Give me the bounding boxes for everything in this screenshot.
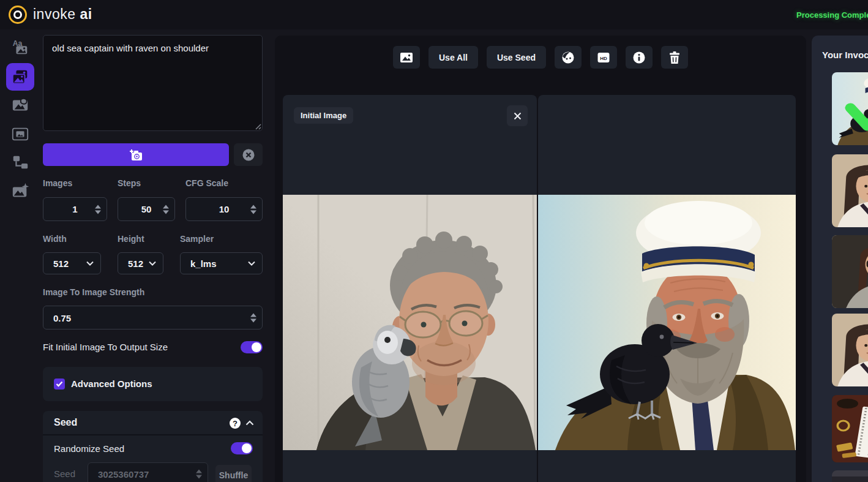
details-button[interactable] [626, 46, 653, 69]
use-seed-button[interactable]: Use Seed [487, 46, 546, 69]
post-processing-icon [11, 182, 29, 200]
chevron-down-icon [149, 261, 156, 266]
textarea-resize-handle[interactable] [254, 122, 261, 130]
height-select[interactable]: 512 [118, 252, 163, 274]
prompt-input[interactable]: old sea captain with raven on shoulder [43, 35, 263, 131]
initial-image-photo[interactable] [283, 195, 537, 450]
gallery-thumb-desk-sketchbook[interactable] [832, 395, 868, 462]
images-stepper[interactable] [95, 205, 101, 214]
chevron-down-icon [86, 261, 94, 266]
nodes-icon [11, 153, 29, 171]
send-to-image-icon [400, 52, 413, 63]
delete-button[interactable] [661, 46, 688, 69]
chevron-down-icon [248, 261, 255, 266]
advanced-options-checkbox[interactable] [54, 378, 65, 390]
strength-value: 0.75 [53, 312, 71, 323]
sampler-select[interactable]: k_lms [180, 252, 263, 274]
strength-input[interactable]: 0.75 [43, 306, 263, 329]
tab-text-to-image[interactable]: Aa [10, 38, 30, 58]
randomize-seed-toggle[interactable] [231, 442, 253, 454]
cfg-scale-value: 10 [219, 204, 230, 214]
seed-value-input[interactable]: 3025360737 [88, 462, 208, 482]
cfg-stepper[interactable] [250, 205, 256, 214]
height-label: Height [118, 234, 144, 244]
result-image-photo[interactable] [538, 195, 796, 450]
randomize-seed-label: Randomize Seed [54, 443, 124, 454]
fix-faces-icon [561, 51, 575, 64]
seed-card: Seed ? Randomize Seed Seed 3025360737 Sh… [43, 411, 263, 482]
gallery-panel: Your Invocations [812, 36, 868, 482]
brand-title: invoke ai [33, 6, 92, 23]
tab-nodes[interactable] [10, 153, 30, 172]
processing-status: Processing Complete [796, 10, 868, 20]
cfg-scale-label: CFG Scale [185, 178, 228, 188]
use-all-button[interactable]: Use All [428, 46, 478, 69]
steps-label: Steps [118, 178, 141, 188]
width-label: Width [43, 234, 67, 244]
upscale-icon: HD [597, 52, 610, 63]
height-value: 512 [128, 258, 143, 269]
gallery-title: Your Invocations [822, 50, 868, 60]
gallery-thumb-captain-selected[interactable] [832, 72, 868, 145]
cancel-button[interactable] [234, 143, 263, 166]
help-icon[interactable]: ? [230, 418, 241, 429]
image-workspace: Use All Use Seed HD [275, 36, 806, 482]
tab-outpainting[interactable] [10, 124, 30, 144]
inpainting-icon [11, 96, 29, 115]
initial-image-close-button[interactable] [507, 105, 528, 126]
cancel-circle-icon [242, 148, 255, 162]
seed-stepper[interactable] [196, 470, 202, 479]
images-input[interactable]: 1 [43, 197, 107, 221]
check-icon [56, 381, 63, 387]
camera-plus-icon [127, 148, 144, 162]
current-image-toolbar: Use All Use Seed HD [275, 46, 806, 69]
tab-image-to-image[interactable] [6, 63, 34, 91]
gallery-thumb-woman-portrait[interactable] [832, 154, 868, 227]
chevron-up-icon[interactable] [245, 420, 254, 426]
fit-initial-label: Fit Initial Image To Output Size [43, 342, 168, 352]
steps-stepper[interactable] [163, 205, 169, 214]
sampler-label: Sampler [180, 234, 214, 244]
gallery-thumb-woman-glasses[interactable] [832, 235, 868, 308]
seed-value: 3025360737 [98, 469, 149, 480]
info-icon [632, 51, 646, 64]
seed-header[interactable]: Seed ? [43, 411, 263, 435]
close-icon [514, 112, 522, 120]
top-bar: invoke ai Processing Complete [0, 0, 868, 29]
image-to-image-icon [11, 68, 29, 86]
send-to-image-button[interactable] [393, 46, 420, 69]
seed-field-label: Seed [54, 469, 75, 479]
fix-faces-button[interactable] [555, 46, 582, 69]
width-value: 512 [53, 258, 69, 269]
steps-input[interactable]: 50 [118, 197, 175, 221]
delete-trash-icon [668, 51, 681, 64]
images-value: 1 [72, 204, 77, 214]
invoke-button[interactable] [43, 143, 229, 166]
strength-label: Image To Image Strength [43, 287, 144, 297]
brand-regular: invoke [33, 6, 75, 22]
tab-post-processing[interactable] [10, 181, 30, 201]
upscale-button[interactable]: HD [590, 46, 617, 69]
width-select[interactable]: 512 [43, 252, 101, 274]
initial-image-label: Initial Image [294, 107, 353, 124]
shuffle-button[interactable]: Shuffle [215, 465, 252, 482]
cfg-scale-input[interactable]: 10 [185, 197, 263, 221]
outpainting-icon [11, 125, 29, 143]
tab-inpainting[interactable] [10, 96, 30, 115]
initial-image-panel: Initial Image [283, 95, 537, 482]
images-label: Images [43, 178, 72, 188]
text-to-image-icon: Aa [11, 39, 29, 57]
gallery-thumb-woman-portrait-2[interactable] [832, 314, 868, 386]
strength-stepper[interactable] [250, 313, 256, 322]
fit-initial-toggle[interactable] [241, 341, 263, 353]
invoke-logo-icon [9, 6, 27, 24]
gallery-thumb-partial[interactable] [832, 470, 868, 482]
brand-bold: ai [80, 6, 92, 22]
options-panel: old sea captain with raven on shoulder I… [43, 35, 263, 482]
result-image-panel [538, 95, 796, 482]
advanced-options-label: Advanced Options [71, 378, 152, 389]
steps-value: 50 [141, 204, 152, 214]
svg-text:HD: HD [600, 55, 607, 61]
seed-title: Seed [54, 417, 77, 428]
sampler-value: k_lms [190, 258, 217, 269]
